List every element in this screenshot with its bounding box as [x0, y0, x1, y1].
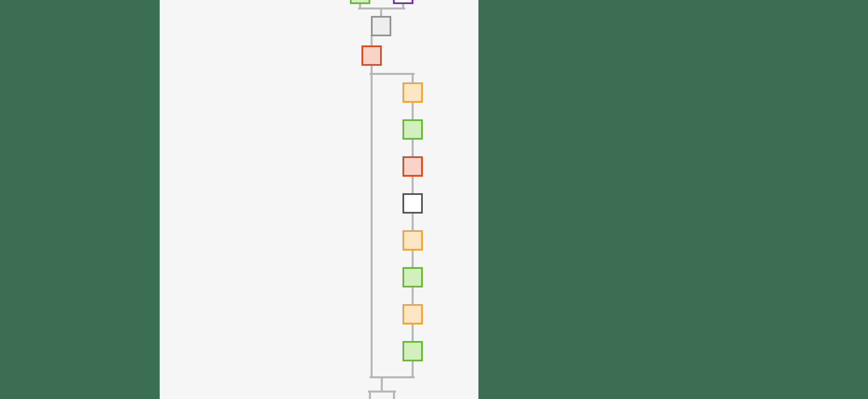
page-root — [0, 0, 868, 399]
node-orange-3[interactable] — [402, 304, 423, 324]
diagram-edges — [160, 0, 478, 399]
node-orange-1[interactable] — [402, 82, 423, 103]
node-white[interactable] — [402, 193, 423, 214]
node-green-3[interactable] — [402, 341, 423, 361]
node-red-1[interactable] — [361, 45, 382, 66]
node-gray[interactable] — [371, 16, 391, 36]
node-green-1[interactable] — [402, 119, 423, 140]
node-red-2[interactable] — [402, 156, 423, 177]
node-top-right[interactable] — [393, 0, 413, 4]
node-green-2[interactable] — [402, 267, 423, 287]
node-top-left[interactable] — [350, 0, 370, 4]
node-orange-2[interactable] — [402, 230, 423, 251]
diagram-panel — [160, 0, 478, 399]
